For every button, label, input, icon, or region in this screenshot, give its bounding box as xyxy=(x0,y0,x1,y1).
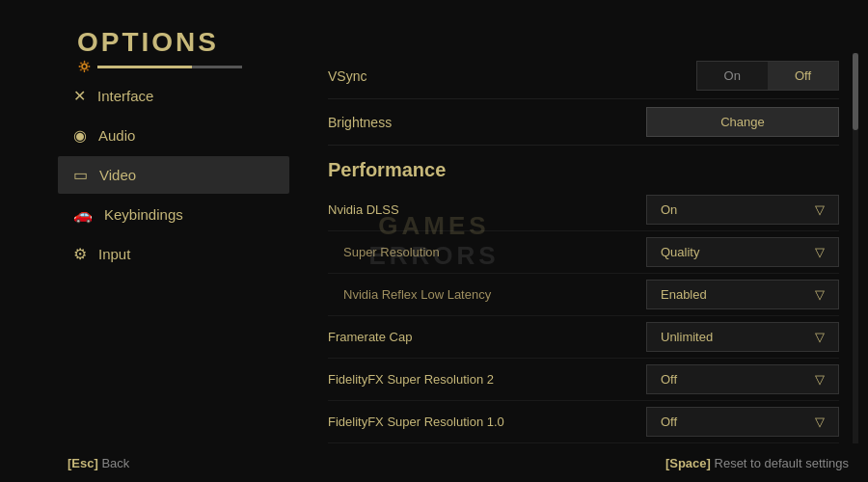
sidebar-item-audio[interactable]: ◉ Audio xyxy=(58,117,289,154)
framerate-cap-label: Framerate Cap xyxy=(328,330,540,344)
keybindings-icon: 🚗 xyxy=(73,205,93,224)
sidebar-label-keybindings: Keybindings xyxy=(104,206,183,223)
sidebar-label-input: Input xyxy=(98,246,130,262)
super-resolution-dropdown[interactable]: Quality ▽ xyxy=(646,237,839,267)
vsync-label: VSync xyxy=(328,68,540,84)
input-icon: ⚙ xyxy=(73,245,87,263)
brightness-label: Brightness xyxy=(328,115,540,130)
footer-reset: [Space] Reset to default settings xyxy=(665,456,849,470)
audio-icon: ◉ xyxy=(73,126,87,145)
fidelityfx-sr1-selected: Off xyxy=(661,415,677,429)
nvidia-reflex-label: Nvidia Reflex Low Latency xyxy=(328,287,540,302)
nvidia-dlss-selected: On xyxy=(661,202,677,217)
main-content: VSync On Off Brightness Change Performan… xyxy=(328,53,839,443)
fidelityfx-sr2-value: Off ▽ xyxy=(540,364,839,394)
fidelityfx-sr2-label: FidelityFX Super Resolution 2 xyxy=(328,372,540,387)
footer-back: [Esc] Back xyxy=(68,456,129,470)
performance-section-title: Performance xyxy=(328,159,839,181)
space-key-label: [Space] xyxy=(665,456,711,470)
fidelityfx-sr2-dropdown[interactable]: Off ▽ xyxy=(646,364,839,394)
sidebar-item-interface[interactable]: ✕ Interface xyxy=(58,77,289,115)
nvidia-dlss-row: Nvidia DLSS On ▽ xyxy=(328,189,839,231)
top-slider-area: 🔅 xyxy=(77,60,242,73)
nvidia-reflex-selected: Enabled xyxy=(661,287,707,302)
sidebar-item-video[interactable]: ▭ Video xyxy=(58,156,289,194)
vsync-control: On Off xyxy=(540,61,839,91)
space-key-text: Reset to default settings xyxy=(715,456,849,470)
fidelityfx-sr1-value: Off ▽ xyxy=(540,407,839,437)
nvidia-dlss-arrow: ▽ xyxy=(815,202,825,217)
framerate-cap-selected: Unlimited xyxy=(661,330,713,344)
super-resolution-value: Quality ▽ xyxy=(540,237,839,267)
nvidia-dlss-label: Nvidia DLSS xyxy=(328,202,540,217)
fidelityfx-sr1-label: FidelityFX Super Resolution 1.0 xyxy=(328,415,540,429)
fidelityfx-sr2-arrow: ▽ xyxy=(815,372,825,387)
slider-icon: 🔅 xyxy=(77,60,92,73)
scrollbar[interactable] xyxy=(853,53,858,443)
framerate-cap-dropdown[interactable]: Unlimited ▽ xyxy=(646,322,839,352)
fidelityfx-sr2-row: FidelityFX Super Resolution 2 Off ▽ xyxy=(328,359,839,401)
video-icon: ▭ xyxy=(73,166,88,184)
brightness-control: Change xyxy=(540,107,839,137)
sidebar-item-input[interactable]: ⚙ Input xyxy=(58,235,289,273)
fidelityfx-sr1-arrow: ▽ xyxy=(815,415,825,429)
footer: [Esc] Back [Space] Reset to default sett… xyxy=(68,456,849,470)
fidelityfx-sr2-selected: Off xyxy=(661,372,677,387)
nvidia-reflex-value: Enabled ▽ xyxy=(540,280,839,309)
esc-key-label: [Esc] xyxy=(68,456,98,470)
nvidia-reflex-dropdown[interactable]: Enabled ▽ xyxy=(646,280,839,309)
framerate-cap-arrow: ▽ xyxy=(815,330,825,344)
framerate-cap-row: Framerate Cap Unlimited ▽ xyxy=(328,316,839,359)
sidebar-label-audio: Audio xyxy=(98,127,135,144)
vsync-row: VSync On Off xyxy=(328,53,839,99)
sidebar-label-video: Video xyxy=(99,167,136,183)
esc-key-text: Back xyxy=(101,456,129,470)
sidebar: ✕ Interface ◉ Audio ▭ Video 🚗 Keybinding… xyxy=(58,77,289,275)
interface-icon: ✕ xyxy=(73,87,86,105)
sidebar-item-keybindings[interactable]: 🚗 Keybindings xyxy=(58,196,289,233)
page-title: OPTIONS xyxy=(77,27,219,58)
nvidia-reflex-arrow: ▽ xyxy=(815,287,825,302)
vsync-off-button[interactable]: Off xyxy=(768,62,838,90)
super-resolution-selected: Quality xyxy=(661,245,699,259)
sidebar-label-interface: Interface xyxy=(97,88,153,104)
scrollbar-thumb[interactable] xyxy=(853,53,858,130)
slider-fill xyxy=(97,66,192,68)
brightness-row: Brightness Change xyxy=(328,99,839,146)
vsync-toggle-group: On Off xyxy=(696,61,839,91)
super-resolution-arrow: ▽ xyxy=(815,245,825,259)
nvidia-dlss-value: On ▽ xyxy=(540,195,839,225)
fidelityfx-sr1-row: FidelityFX Super Resolution 1.0 Off ▽ xyxy=(328,401,839,443)
fidelityfx-sr1-dropdown[interactable]: Off ▽ xyxy=(646,407,839,437)
super-resolution-label: Super Resolution xyxy=(328,245,540,259)
vsync-on-button[interactable]: On xyxy=(697,62,768,90)
brightness-change-button[interactable]: Change xyxy=(646,107,839,137)
slider-track[interactable] xyxy=(97,66,242,68)
nvidia-reflex-row: Nvidia Reflex Low Latency Enabled ▽ xyxy=(328,274,839,316)
super-resolution-row: Super Resolution Quality ▽ xyxy=(328,231,839,274)
framerate-cap-value: Unlimited ▽ xyxy=(540,322,839,352)
nvidia-dlss-dropdown[interactable]: On ▽ xyxy=(646,195,839,225)
